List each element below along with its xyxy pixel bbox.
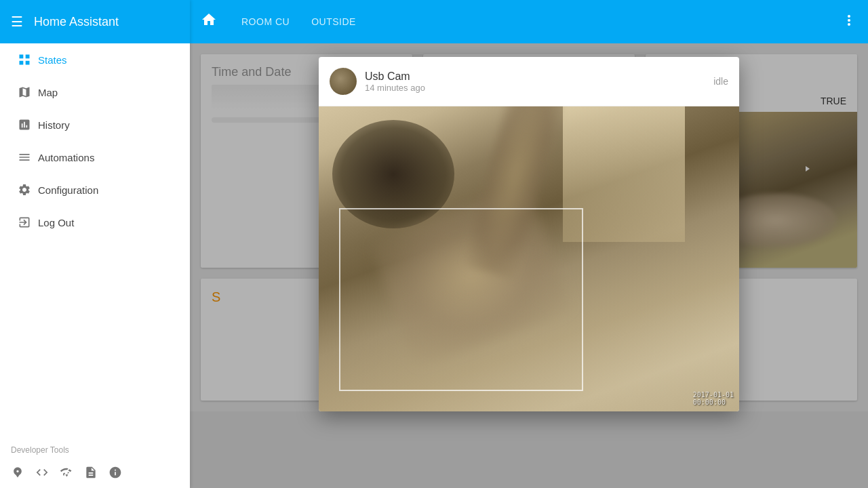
modal-header: Usb Cam 14 minutes ago idle — [319, 57, 739, 106]
modal-header-text: Usb Cam 14 minutes ago — [365, 70, 425, 93]
sidebar-item-automations-label: Automations — [38, 152, 94, 163]
developer-tools-section: Developer Tools — [0, 434, 190, 488]
hamburger-icon: ☰ — [11, 14, 23, 30]
header-menu-icon[interactable] — [841, 12, 857, 31]
sidebar-item-automations[interactable]: Automations — [0, 141, 190, 174]
list-icon — [11, 150, 38, 164]
tab-outside[interactable]: OUTSIDE — [303, 11, 364, 33]
code-icon[interactable] — [35, 466, 49, 483]
detection-box — [339, 208, 583, 391]
sidebar: ☰ Home Assistant States Map — [0, 0, 190, 488]
map-icon — [11, 85, 38, 99]
main-header: ROOM CU OUTSIDE — [190, 0, 868, 43]
sidebar-item-logout[interactable]: Log Out — [0, 206, 190, 239]
sidebar-item-states[interactable]: States — [0, 43, 190, 76]
info-icon[interactable] — [108, 466, 122, 483]
modal-status: idle — [713, 76, 728, 87]
sidebar-nav: States Map History — [0, 43, 190, 434]
main-content: ROOM CU OUTSIDE Time and Date — [190, 0, 868, 488]
document-icon[interactable] — [84, 466, 98, 483]
gear-icon — [11, 183, 38, 197]
grid-icon — [11, 53, 38, 66]
developer-tools-label: Developer Tools — [0, 434, 190, 460]
modal-title: Usb Cam — [365, 70, 425, 83]
sidebar-item-map-label: Map — [38, 87, 58, 98]
sidebar-header: ☰ Home Assistant — [0, 0, 190, 43]
sidebar-item-states-label: States — [38, 54, 67, 66]
sidebar-item-configuration-label: Configuration — [38, 184, 98, 196]
logout-icon — [11, 216, 38, 229]
broadcast-icon[interactable] — [60, 466, 73, 483]
home-icon[interactable] — [201, 12, 217, 32]
modal-card: Usb Cam 14 minutes ago idle — [319, 57, 739, 411]
sidebar-item-history[interactable]: History — [0, 108, 190, 141]
antenna-icon[interactable] — [11, 466, 24, 483]
sidebar-item-configuration[interactable]: Configuration — [0, 174, 190, 206]
timestamp: 2017-01-0100:00:00 — [693, 391, 734, 406]
avatar — [330, 68, 357, 95]
tab-room-cu[interactable]: ROOM CU — [233, 11, 298, 33]
nav-tabs: ROOM CU OUTSIDE — [233, 11, 364, 33]
sidebar-title: Home Assistant — [34, 15, 119, 29]
bar-chart-icon — [11, 118, 38, 131]
avatar-image — [330, 68, 357, 95]
dev-tools-icons — [0, 460, 190, 488]
modal-time-ago: 14 minutes ago — [365, 83, 425, 93]
modal-camera-image: 2017-01-0100:00:00 — [319, 106, 739, 411]
sidebar-item-history-label: History — [38, 119, 70, 131]
sidebar-item-logout-label: Log Out — [38, 217, 74, 228]
modal-overlay[interactable]: Usb Cam 14 minutes ago idle — [190, 43, 868, 488]
sidebar-item-map[interactable]: Map — [0, 76, 190, 108]
